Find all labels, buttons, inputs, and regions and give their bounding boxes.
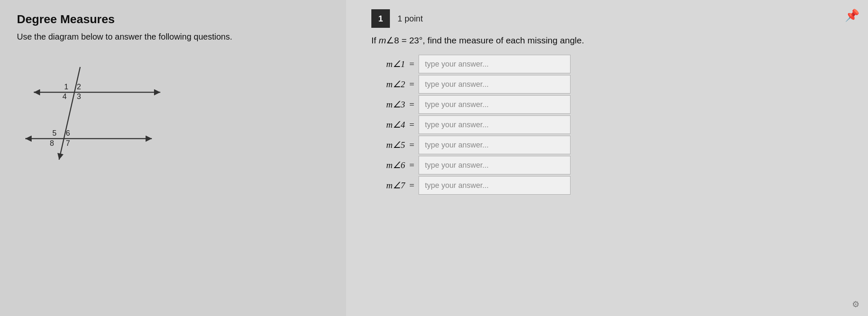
angle-label-m1: m∠1 (371, 59, 409, 70)
pin-icon[interactable]: 📌 (845, 8, 860, 22)
geometry-diagram: 1 2 3 4 5 6 7 8 (17, 59, 186, 177)
angle-label-m5: m∠5 (371, 140, 409, 150)
diagram-container: 1 2 3 4 5 6 7 8 (17, 59, 186, 177)
page-container: Degree Measures Use the diagram below to… (0, 0, 868, 316)
angle-label-8: 8 (50, 139, 54, 147)
angle-row-7: m∠7 = (371, 176, 843, 195)
angle-row-3: m∠3 = (371, 95, 843, 114)
angle-label-6: 6 (66, 129, 70, 137)
answer-input-3[interactable] (419, 95, 571, 114)
angle-label-3: 3 (77, 92, 81, 101)
page-title: Degree Measures (17, 13, 329, 26)
angle-row-4: m∠4 = (371, 115, 843, 134)
angle-rows: m∠1 = m∠2 = m∠3 = m∠4 = (371, 55, 843, 195)
bottom-right-icon: ⚙ (852, 299, 860, 309)
answer-input-2[interactable] (419, 75, 571, 94)
question-header: 1 1 point (371, 9, 843, 28)
left-panel: Degree Measures Use the diagram below to… (0, 0, 346, 316)
answer-input-4[interactable] (419, 115, 571, 134)
answer-input-1[interactable] (419, 55, 571, 73)
angle-label-4: 4 (62, 92, 67, 101)
angle-label-7: 7 (66, 139, 70, 147)
angle-row-1: m∠1 = (371, 55, 843, 73)
angle-row-5: m∠5 = (371, 136, 843, 154)
question-text: If m∠8 = 23°, find the measure of each m… (371, 35, 843, 46)
answer-input-6[interactable] (419, 156, 571, 174)
angle-label-m6: m∠6 (371, 160, 409, 171)
question-number-badge: 1 (371, 9, 390, 28)
answer-input-7[interactable] (419, 176, 571, 195)
angle-label-5: 5 (52, 129, 57, 137)
right-panel: 1 1 point If m∠8 = 23°, find the measure… (346, 0, 868, 316)
angle-label-2: 2 (77, 83, 81, 91)
point-label: 1 point (397, 14, 423, 24)
angle-label-m2: m∠2 (371, 79, 409, 90)
angle-row-6: m∠6 = (371, 156, 843, 174)
answer-input-5[interactable] (419, 136, 571, 154)
angle-row-2: m∠2 = (371, 75, 843, 94)
description-text: Use the diagram below to answer the foll… (17, 32, 329, 42)
angle-label-m4: m∠4 (371, 120, 409, 130)
angle-label-m7: m∠7 (371, 180, 409, 191)
angle-label-m3: m∠3 (371, 99, 409, 110)
angle-label-1: 1 (64, 83, 68, 91)
